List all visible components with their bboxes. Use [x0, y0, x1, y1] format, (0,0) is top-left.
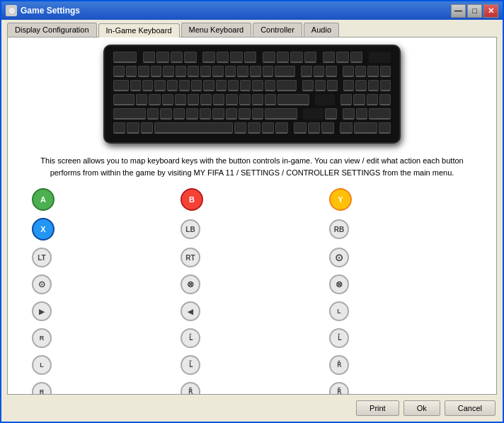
gamepad-button-y: Y — [329, 188, 352, 211]
gamepad-button-l1: L — [32, 355, 52, 375]
gamepad-button-dpad1: ⊙ — [32, 274, 52, 294]
btn-cell-r1: R — [29, 327, 178, 349]
gamepad-button-b: B — [181, 188, 203, 211]
gamepad-button-l2: L̈ — [181, 355, 200, 375]
btn-cell-a: A — [29, 187, 178, 212]
gamepad-button-lb: LB — [181, 219, 200, 239]
tab-display-configuration[interactable]: Display Configuration — [7, 23, 97, 37]
btn-cell-r3: L̂ — [326, 327, 475, 349]
tab-audio[interactable]: Audio — [304, 23, 339, 37]
btn-cell-s2: R̈ — [178, 381, 326, 395]
btn-cell-r2: L̂ — [178, 327, 326, 349]
gamepad-button-rt: RT — [181, 248, 200, 267]
btn-cell-l3: R̂ — [326, 354, 475, 376]
gamepad-button-r2: L̂ — [181, 328, 200, 348]
description-text: This screen allows you to map keyboard k… — [15, 155, 489, 178]
gamepad-button-x: X — [32, 218, 55, 241]
tab-controller[interactable]: Controller — [253, 23, 302, 37]
main-window: ⚙ Game Settings — □ ✕ Display Configurat… — [0, 0, 504, 423]
tab-bar: Display Configuration In-Game Keyboard M… — [1, 20, 503, 37]
btn-cell-x: X — [29, 216, 178, 242]
btn-cell-s3: R̈ — [326, 381, 475, 395]
btn-cell-y: Y — [326, 187, 475, 212]
btn-cell-rt: RT — [178, 246, 326, 269]
btn-cell-l2: L̈ — [178, 354, 326, 376]
gamepad-button-l3: R̂ — [329, 355, 349, 375]
gamepad-button-p1: ▶ — [32, 301, 52, 321]
gamepad-button-s3: R̈ — [329, 382, 349, 395]
btn-cell-lb: LB — [178, 216, 326, 242]
btn-cell-s1: R — [29, 381, 178, 395]
gamepad-button-dpad2: ⊗ — [181, 274, 200, 294]
footer: Print Ok Cancel — [1, 395, 503, 422]
print-button[interactable]: Print — [356, 400, 399, 416]
gamepad-button-lt: LT — [32, 248, 52, 267]
gamepad-button-dpad3: ⊗ — [329, 274, 349, 294]
close-button[interactable]: ✕ — [483, 4, 498, 18]
btn-cell-dpad1: ⊙ — [29, 273, 178, 296]
window-title: Game Settings — [21, 6, 451, 16]
gamepad-button-r3: L̂ — [329, 328, 349, 348]
btn-cell-lt: LT — [29, 246, 178, 269]
keyboard-visual — [103, 45, 401, 144]
gamepad-button-s1: R — [32, 382, 52, 395]
btn-cell-rb: RB — [326, 216, 475, 242]
btn-cell-dpad-up: ⊙ — [326, 246, 475, 269]
ok-button[interactable]: Ok — [403, 400, 440, 416]
tab-ingame-keyboard[interactable]: In-Game Keyboard — [98, 23, 180, 37]
tab-menu-keyboard[interactable]: Menu Keyboard — [181, 23, 252, 37]
keyboard-image — [15, 45, 489, 144]
minimize-button[interactable]: — — [451, 4, 466, 18]
cancel-button[interactable]: Cancel — [445, 400, 496, 416]
btn-cell-b: B — [178, 187, 326, 212]
btn-cell-p2: ◀ — [178, 300, 326, 323]
button-grid: A B Y X LB RB LT RT — [15, 187, 489, 395]
btn-cell-l1: L — [29, 354, 178, 376]
gamepad-button-p2: ◀ — [181, 301, 200, 321]
gamepad-button-r1: R — [32, 328, 52, 348]
gamepad-button-p3: L — [329, 301, 349, 321]
btn-cell-p3: L — [326, 300, 475, 323]
gamepad-button-dpad-up: ⊙ — [329, 248, 349, 267]
title-bar: ⚙ Game Settings — □ ✕ — [1, 1, 503, 20]
btn-cell-p1: ▶ — [29, 300, 178, 323]
btn-cell-dpad2: ⊗ — [178, 273, 326, 296]
content-area: This screen allows you to map keyboard k… — [7, 37, 497, 395]
maximize-button[interactable]: □ — [467, 4, 482, 18]
window-icon: ⚙ — [6, 5, 17, 16]
btn-cell-dpad3: ⊗ — [326, 273, 475, 296]
gamepad-button-s2: R̈ — [181, 382, 200, 395]
title-bar-buttons: — □ ✕ — [451, 4, 498, 18]
gamepad-button-a: A — [32, 188, 55, 211]
gamepad-button-rb: RB — [329, 219, 349, 239]
